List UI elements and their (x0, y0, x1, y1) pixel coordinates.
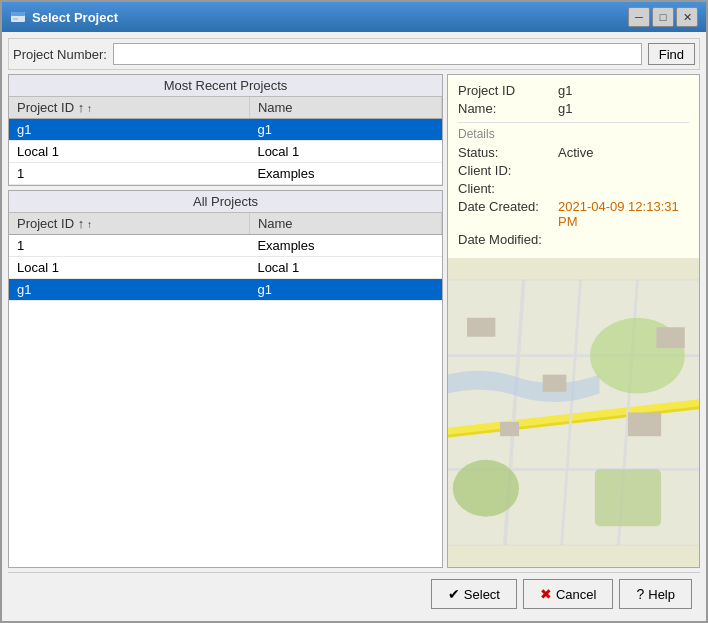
all-projects-section: All Projects Project ID ↑ Name 1Examples… (8, 190, 443, 568)
most-recent-tbody: g1g1Local 1Local 11Examples (9, 119, 442, 185)
select-button[interactable]: ✔ Select (431, 579, 517, 609)
svg-rect-16 (500, 422, 519, 436)
info-section: Project ID g1 Name: g1 Details Status: A… (448, 75, 699, 258)
cell-id: Local 1 (9, 257, 249, 279)
window-body: Project Number: Find Most Recent Project… (2, 32, 706, 621)
svg-rect-17 (628, 413, 661, 437)
table-row[interactable]: Local 1Local 1 (9, 257, 442, 279)
all-projects-col-name[interactable]: Name (249, 213, 441, 235)
cancel-icon: ✖ (540, 586, 552, 602)
date-created-label: Date Created: (458, 199, 558, 214)
all-projects-tbody: 1ExamplesLocal 1Local 1g1g1 (9, 235, 442, 301)
cell-id: Local 1 (9, 141, 249, 163)
window-title: Select Project (32, 10, 622, 25)
cell-id: g1 (9, 119, 249, 141)
minimize-button[interactable]: ─ (628, 7, 650, 27)
project-id-row: Project ID g1 (458, 83, 689, 98)
project-number-label: Project Number: (13, 47, 107, 62)
client-id-label: Client ID: (458, 163, 558, 178)
status-value: Active (558, 145, 593, 160)
main-content: Most Recent Projects Project ID ↑ Name g… (8, 74, 700, 568)
select-label: Select (464, 587, 500, 602)
most-recent-table: Project ID ↑ Name g1g1Local 1Local 11Exa… (9, 97, 442, 185)
svg-point-12 (453, 460, 519, 517)
find-button[interactable]: Find (648, 43, 695, 65)
details-header: Details (458, 122, 689, 141)
cell-name: Examples (249, 163, 441, 185)
cell-name: g1 (249, 119, 441, 141)
most-recent-col-name[interactable]: Name (249, 97, 441, 119)
cell-name: Local 1 (249, 141, 441, 163)
cell-id: 1 (9, 235, 249, 257)
date-created-row: Date Created: 2021-04-09 12:13:31 PM (458, 199, 689, 229)
most-recent-header: Most Recent Projects (9, 75, 442, 97)
left-panel: Most Recent Projects Project ID ↑ Name g… (8, 74, 443, 568)
date-created-value: 2021-04-09 12:13:31 PM (558, 199, 689, 229)
maximize-button[interactable]: □ (652, 7, 674, 27)
svg-rect-14 (467, 318, 495, 337)
cell-name: Local 1 (249, 257, 441, 279)
help-icon: ? (636, 586, 644, 602)
client-label: Client: (458, 181, 558, 196)
toolbar: Project Number: Find (8, 38, 700, 70)
status-label: Status: (458, 145, 558, 160)
most-recent-col-id[interactable]: Project ID ↑ (9, 97, 249, 119)
title-bar: Select Project ─ □ ✕ (2, 2, 706, 32)
most-recent-table-container[interactable]: Project ID ↑ Name g1g1Local 1Local 11Exa… (9, 97, 442, 185)
help-button[interactable]: ? Help (619, 579, 692, 609)
table-row[interactable]: 1Examples (9, 163, 442, 185)
select-icon: ✔ (448, 586, 460, 602)
cancel-button[interactable]: ✖ Cancel (523, 579, 613, 609)
date-modified-row: Date Modified: (458, 232, 689, 247)
svg-rect-15 (543, 375, 567, 392)
footer: ✔ Select ✖ Cancel ? Help (8, 572, 700, 615)
table-row[interactable]: Local 1Local 1 (9, 141, 442, 163)
name-value: g1 (558, 101, 572, 116)
table-row[interactable]: 1Examples (9, 235, 442, 257)
cancel-label: Cancel (556, 587, 596, 602)
svg-rect-18 (656, 327, 684, 348)
client-id-row: Client ID: (458, 163, 689, 178)
date-modified-label: Date Modified: (458, 232, 558, 247)
cell-name: g1 (249, 279, 441, 301)
help-label: Help (648, 587, 675, 602)
cell-id: g1 (9, 279, 249, 301)
project-id-label: Project ID (458, 83, 558, 98)
table-row[interactable]: g1g1 (9, 279, 442, 301)
cell-name: Examples (249, 235, 441, 257)
all-projects-header-row: Project ID ↑ Name (9, 213, 442, 235)
close-button[interactable]: ✕ (676, 7, 698, 27)
table-row[interactable]: g1g1 (9, 119, 442, 141)
svg-rect-13 (595, 469, 661, 526)
map-area (448, 258, 699, 567)
client-row: Client: (458, 181, 689, 196)
project-id-value: g1 (558, 83, 572, 98)
name-row: Name: g1 (458, 101, 689, 116)
name-label: Name: (458, 101, 558, 116)
map-svg (448, 258, 699, 567)
cell-id: 1 (9, 163, 249, 185)
window-icon (10, 9, 26, 25)
svg-rect-1 (11, 12, 25, 16)
project-number-input[interactable] (113, 43, 642, 65)
right-panel: Project ID g1 Name: g1 Details Status: A… (447, 74, 700, 568)
all-projects-header: All Projects (9, 191, 442, 213)
all-projects-table: Project ID ↑ Name 1ExamplesLocal 1Local … (9, 213, 442, 301)
select-project-window: Select Project ─ □ ✕ Project Number: Fin… (0, 0, 708, 623)
title-bar-buttons: ─ □ ✕ (628, 7, 698, 27)
most-recent-header-row: Project ID ↑ Name (9, 97, 442, 119)
status-row: Status: Active (458, 145, 689, 160)
all-projects-col-id[interactable]: Project ID ↑ (9, 213, 249, 235)
most-recent-section: Most Recent Projects Project ID ↑ Name g… (8, 74, 443, 186)
all-projects-table-container[interactable]: Project ID ↑ Name 1ExamplesLocal 1Local … (9, 213, 442, 567)
